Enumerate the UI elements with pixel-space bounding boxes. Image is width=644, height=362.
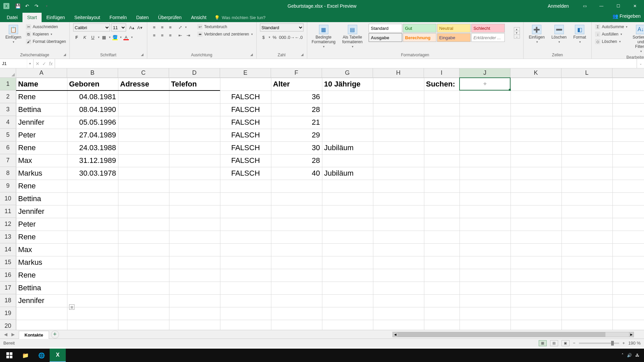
font-color-button[interactable]: A bbox=[122, 34, 130, 41]
expand-formula-bar-icon[interactable]: ⌄ bbox=[637, 59, 644, 68]
cell-B3[interactable]: 08.04.1990 bbox=[67, 103, 118, 116]
zoom-slider[interactable] bbox=[579, 343, 619, 344]
cell-G6[interactable]: Jubiläum bbox=[322, 141, 373, 154]
scroll-thumb[interactable] bbox=[397, 332, 605, 337]
underline-button[interactable]: U bbox=[89, 34, 97, 41]
style-erklaerender[interactable]: Erklärender ... bbox=[471, 33, 505, 42]
sheet-prev-icon[interactable]: ◀ bbox=[3, 332, 9, 337]
row-header-2[interactable]: 2 bbox=[0, 90, 16, 103]
page-layout-view-icon[interactable]: ▤ bbox=[550, 340, 558, 346]
indent-decrease-icon[interactable]: ⇤ bbox=[176, 32, 184, 39]
qat-customize-icon[interactable]: ▾ bbox=[43, 2, 50, 10]
currency-icon[interactable]: $ bbox=[260, 34, 267, 41]
enter-icon[interactable]: ✓ bbox=[42, 61, 46, 66]
indent-increase-icon[interactable]: ⇥ bbox=[184, 32, 192, 39]
cell-E3[interactable]: FALSCH bbox=[220, 103, 271, 116]
paste-button[interactable]: 📋Einfügen▾ bbox=[3, 23, 23, 45]
namebox-dropdown-icon[interactable]: ▾ bbox=[27, 59, 33, 68]
comma-icon[interactable]: 000 bbox=[279, 34, 286, 41]
row-header-15[interactable]: 15 bbox=[0, 256, 16, 269]
tab-start[interactable]: Start bbox=[22, 13, 42, 22]
excel-taskbar-icon[interactable]: X bbox=[50, 349, 66, 362]
align-bottom-icon[interactable]: ≡ bbox=[167, 23, 174, 31]
dialog-launcher-icon[interactable]: ◢ bbox=[250, 53, 255, 57]
gallery-down-icon[interactable]: ▾ bbox=[514, 31, 520, 35]
align-top-icon[interactable]: ≡ bbox=[151, 23, 158, 31]
col-header-A[interactable]: A bbox=[16, 68, 67, 77]
decrease-decimal-icon[interactable]: ←.0 bbox=[295, 34, 303, 41]
insert-cells-button[interactable]: ➕Einfügen▾ bbox=[527, 23, 547, 45]
cell-A16[interactable]: Rene bbox=[16, 269, 67, 282]
tab-ansicht[interactable]: Ansicht bbox=[186, 13, 211, 22]
zoom-level[interactable]: 190 % bbox=[628, 341, 641, 346]
cell-E7[interactable]: FALSCH bbox=[220, 154, 271, 167]
row-header-8[interactable]: 8 bbox=[0, 167, 16, 180]
cell-A5[interactable]: Peter bbox=[16, 129, 67, 141]
minimize-button[interactable]: — bbox=[594, 0, 609, 12]
cell-A13[interactable]: Rene bbox=[16, 231, 67, 243]
add-sheet-button[interactable]: + bbox=[51, 330, 59, 339]
cell-D1[interactable]: Telefon bbox=[169, 78, 220, 90]
cell-C1[interactable]: Adresse bbox=[118, 78, 169, 90]
ribbon-options-icon[interactable]: ▭ bbox=[577, 0, 592, 12]
cell-E5[interactable]: FALSCH bbox=[220, 129, 271, 141]
style-berechnung[interactable]: Berechnung bbox=[403, 33, 436, 42]
select-all-corner[interactable] bbox=[0, 68, 16, 77]
row-header-13[interactable]: 13 bbox=[0, 231, 16, 243]
merge-center-button[interactable]: ⬌Verbinden und zentrieren▾ bbox=[197, 31, 253, 38]
cells-area[interactable]: NameGeborenAdresseTelefonAlter10 Jährige… bbox=[16, 78, 644, 330]
tab-seitenlayout[interactable]: Seitenlayout bbox=[70, 13, 105, 22]
row-header-4[interactable]: 4 bbox=[0, 116, 16, 129]
name-box[interactable]: ▾ bbox=[0, 59, 34, 68]
fill-handle[interactable] bbox=[509, 89, 511, 91]
gallery-more-icon[interactable]: ⌄ bbox=[514, 35, 520, 38]
cell-A18[interactable]: Jennifer bbox=[16, 294, 67, 307]
network-icon[interactable]: 🖧 bbox=[635, 353, 639, 358]
cell-E2[interactable]: FALSCH bbox=[220, 90, 271, 103]
cell-I1[interactable]: Suchen: bbox=[424, 78, 460, 90]
cell-B6[interactable]: 24.03.1988 bbox=[67, 141, 118, 154]
percent-icon[interactable]: % bbox=[271, 34, 278, 41]
cell-A8[interactable]: Markus bbox=[16, 167, 67, 180]
row-header-16[interactable]: 16 bbox=[0, 269, 16, 282]
row-header-12[interactable]: 12 bbox=[0, 218, 16, 231]
row-header-6[interactable]: 6 bbox=[0, 141, 16, 154]
save-icon[interactable]: 💾 bbox=[14, 2, 21, 10]
autosum-button[interactable]: ΣAutoSumme▾ bbox=[595, 23, 628, 30]
row-header-5[interactable]: 5 bbox=[0, 129, 16, 141]
font-size-select[interactable]: 11 bbox=[111, 23, 126, 32]
cell-F8[interactable]: 40 bbox=[271, 167, 322, 180]
formula-input[interactable] bbox=[55, 59, 637, 68]
cell-B7[interactable]: 31.12.1989 bbox=[67, 154, 118, 167]
fill-button[interactable]: ↓Ausfüllen▾ bbox=[595, 31, 628, 38]
cell-F2[interactable]: 36 bbox=[271, 90, 322, 103]
cell-B2[interactable]: 04.08.1981 bbox=[67, 90, 118, 103]
increase-font-icon[interactable]: A▴ bbox=[128, 24, 136, 31]
col-header-C[interactable]: C bbox=[118, 68, 169, 77]
row-header-7[interactable]: 7 bbox=[0, 154, 16, 167]
cell-A7[interactable]: Max bbox=[16, 154, 67, 167]
cell-A17[interactable]: Bettina bbox=[16, 282, 67, 294]
row-header-20[interactable]: 20 bbox=[0, 320, 16, 330]
page-break-view-icon[interactable]: ▣ bbox=[561, 340, 570, 346]
row-header-14[interactable]: 14 bbox=[0, 243, 16, 256]
cell-A12[interactable]: Peter bbox=[16, 218, 67, 231]
col-header-L[interactable]: L bbox=[561, 68, 612, 77]
cell-A4[interactable]: Jennifer bbox=[16, 116, 67, 129]
scroll-left-icon[interactable]: ◀ bbox=[393, 332, 397, 337]
italic-button[interactable]: K bbox=[81, 34, 89, 41]
col-header-F[interactable]: F bbox=[271, 68, 322, 77]
style-schlecht[interactable]: Schlecht bbox=[471, 24, 505, 33]
gallery-up-icon[interactable]: ▴ bbox=[514, 27, 520, 31]
format-painter-button[interactable]: 🖌Format übertragen bbox=[26, 38, 66, 45]
volume-icon[interactable]: 🔊 bbox=[627, 353, 632, 358]
zoom-in-icon[interactable]: + bbox=[623, 341, 625, 346]
cell-B8[interactable]: 30.03.1978 bbox=[67, 167, 118, 180]
name-box-input[interactable] bbox=[0, 61, 27, 66]
undo-icon[interactable]: ↶ bbox=[23, 2, 31, 10]
edge-icon[interactable]: 🌐 bbox=[34, 349, 50, 362]
tab-formeln[interactable]: Formeln bbox=[105, 13, 131, 22]
row-header-9[interactable]: 9 bbox=[0, 180, 16, 192]
cell-F1[interactable]: Alter bbox=[271, 78, 322, 90]
col-header-J[interactable]: J bbox=[460, 68, 511, 77]
